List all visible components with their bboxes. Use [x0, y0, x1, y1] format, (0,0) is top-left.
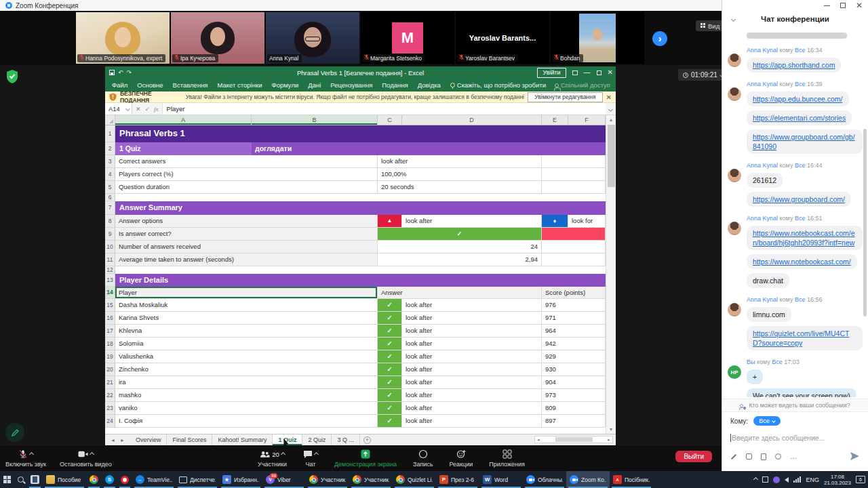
sheet-cell[interactable]: ira — [115, 376, 378, 389]
fx-icon[interactable]: fx — [154, 106, 159, 113]
next-participants-button[interactable]: › — [652, 31, 667, 46]
ribbon-tab-8[interactable]: Подання — [377, 79, 412, 92]
chat-bubble[interactable]: https://www.groupboard.com/gb/841090 — [747, 129, 863, 154]
sheet-cell[interactable]: ✓ — [378, 338, 402, 350]
row-header-3[interactable]: 3 — [105, 155, 115, 168]
row-header-2[interactable]: 2 — [105, 142, 115, 155]
row-header-20[interactable]: 20 — [105, 363, 115, 376]
chevron-up-icon[interactable] — [314, 451, 319, 456]
sheet-cell[interactable]: Answer — [378, 287, 542, 299]
sheet-cell[interactable]: Answer options — [115, 215, 378, 228]
taskbar-item-пособие-[interactable]: Пособие ... — [43, 471, 86, 488]
sheet-cell[interactable]: Is answer correct? — [115, 228, 378, 241]
new-sheet-button[interactable]: + — [363, 436, 371, 444]
sheet-cell[interactable]: look for — [568, 215, 606, 228]
sheet-tab-kahoot-summary[interactable]: Kahoot! Summary — [212, 434, 273, 445]
chat-link[interactable]: https://www.groupboard.com/gb/841090 — [753, 133, 855, 150]
sheet-nav-arrows[interactable]: ◄► — [105, 434, 130, 445]
formula-input[interactable]: Player — [162, 103, 606, 115]
sheet-cell[interactable]: Score (points) — [542, 287, 606, 299]
taskbar-item-viber[interactable]: V99Viber — [262, 471, 306, 488]
row-header-1[interactable]: 1 — [105, 125, 115, 142]
sender-name[interactable]: Anna Kynal — [747, 215, 778, 222]
sheet-cell[interactable]: 964 — [542, 325, 606, 338]
row-header-14[interactable]: 14 — [105, 287, 115, 299]
sheet-cell[interactable]: Zinchenko — [115, 363, 378, 376]
chat-link[interactable]: https://app.shorthand.com — [753, 61, 835, 69]
chat-scrollbar-thumb[interactable] — [863, 129, 867, 317]
sheet-cell[interactable]: Answer Summary — [115, 201, 606, 215]
recipient-name[interactable]: Все — [795, 47, 806, 54]
ribbon-tab-5[interactable]: Формули — [267, 79, 303, 92]
taskbar-item-посібник-[interactable]: AПосібник... — [610, 471, 653, 488]
row-header-9[interactable]: 9 — [105, 228, 115, 241]
sheet-tab-1-quiz[interactable]: 1 Quiz — [273, 434, 302, 445]
row-header-22[interactable]: 22 — [105, 389, 115, 402]
sheet-cell[interactable]: look after — [402, 415, 542, 428]
chat-link[interactable]: https://quizlet.com/live/MU4CTD?source=c… — [753, 329, 849, 347]
sender-name[interactable]: Anna Kynal — [747, 47, 778, 54]
taskbar-item-избранн-[interactable]: ★Избранн... — [219, 471, 262, 488]
share-screen-button[interactable]: Демонстрация экрана — [334, 447, 397, 469]
screenshot-icon[interactable] — [746, 453, 752, 460]
sheet-cell[interactable]: vaniko — [115, 402, 378, 415]
scroll-down-icon[interactable]: ▼ — [606, 425, 616, 434]
sheet-cell[interactable] — [542, 155, 606, 168]
enter-icon[interactable]: ✓ — [145, 106, 151, 113]
sheet-cell[interactable] — [115, 194, 606, 201]
chat-bubble[interactable]: https://www.groupboard.com/ — [747, 192, 851, 207]
sheet-cell[interactable]: Average time taken to answer (seconds) — [115, 253, 378, 266]
recipient-name[interactable]: Все — [772, 359, 783, 365]
row-header-17[interactable]: 17 — [105, 325, 115, 338]
sheet-cell[interactable]: look after — [402, 299, 542, 312]
sheet-cell[interactable]: ✓ — [378, 228, 542, 241]
vertical-scrollbar[interactable]: ▲ ▼ — [606, 115, 616, 434]
close-icon[interactable]: ✕ — [606, 94, 612, 101]
formula-bar-expand-icon[interactable] — [608, 107, 613, 112]
view-button[interactable]: Вид — [696, 20, 724, 31]
enable-editing-button[interactable]: Увімкнути редагування — [528, 92, 602, 102]
tell-me-box[interactable]: Скажіть, що потрібно зробити — [446, 81, 551, 89]
hidden-icons-chevron[interactable] — [753, 477, 758, 482]
row-header-12[interactable]: 12 — [105, 266, 115, 274]
sheet-cell[interactable]: mashko — [115, 389, 378, 402]
volume-icon[interactable] — [785, 477, 789, 483]
sheet-cell[interactable]: 2,94 — [378, 253, 542, 266]
network-icon[interactable] — [793, 476, 801, 483]
sheet-cell[interactable]: 24 — [378, 241, 542, 253]
sheet-cell[interactable]: Solomiia — [115, 338, 378, 350]
column-header-B[interactable]: B — [252, 115, 378, 125]
sheet-cell[interactable]: І. Софія — [115, 415, 378, 428]
excel-restore-button[interactable] — [597, 70, 601, 75]
column-header-C[interactable]: C — [378, 115, 402, 125]
sheet-cell[interactable]: look after — [402, 389, 542, 402]
sheet-cell[interactable]: ✓ — [378, 376, 402, 389]
taskbar-item-през-2-6-[interactable]: PПрез 2-6 ... — [436, 471, 479, 488]
sheet-cell[interactable]: 809 — [542, 402, 606, 415]
taskbar-item-chrome[interactable] — [86, 471, 102, 488]
sheet-cell[interactable]: Player Details — [115, 274, 606, 287]
row-header-24[interactable]: 24 — [105, 415, 115, 428]
sheet-cell[interactable]: look after — [402, 215, 542, 228]
sheet-cell[interactable]: 973 — [542, 389, 606, 402]
taskbar-item-диспетче-[interactable]: Диспетче... — [176, 471, 219, 488]
recipient-name[interactable]: Все — [795, 162, 806, 169]
sender-name[interactable]: Anna Kynal — [747, 81, 778, 87]
row-header-18[interactable]: 18 — [105, 338, 115, 350]
sheet-cell[interactable] — [542, 253, 606, 266]
sheet-cell[interactable]: Number of answers received — [115, 241, 378, 253]
file-icon[interactable] — [761, 453, 766, 460]
chat-link[interactable]: https://elementari.com/stories — [753, 114, 846, 122]
sheet-cell[interactable]: 971 — [542, 312, 606, 325]
video-tile-4[interactable]: MMargarita Stetsenko — [361, 12, 454, 64]
row-header-5[interactable]: 5 — [105, 181, 115, 194]
sender-name[interactable]: Anna Kynal — [747, 162, 778, 169]
ribbon-tab-9[interactable]: Довідка — [413, 79, 446, 92]
taskbar-item-teamvie-[interactable]: ↔TeamVie... — [132, 471, 176, 488]
emoji-icon[interactable] — [775, 453, 781, 460]
recipient-select[interactable]: Все — [753, 416, 781, 426]
scroll-up-icon[interactable]: ▲ — [606, 115, 616, 124]
sheet-cell[interactable]: ✓ — [378, 415, 402, 428]
sender-name[interactable]: Anna Kynal — [747, 296, 778, 303]
select-all-corner[interactable] — [105, 115, 115, 125]
